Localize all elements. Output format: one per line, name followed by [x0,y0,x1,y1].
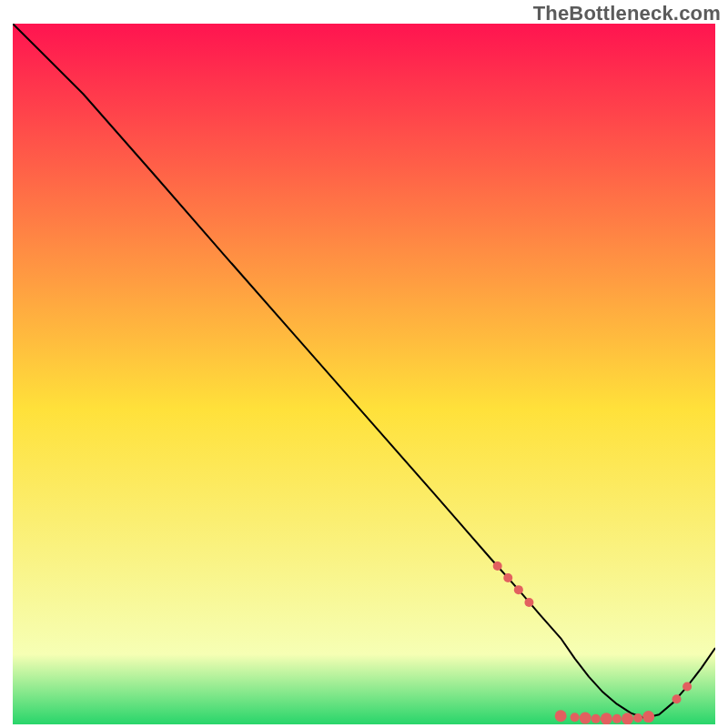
marker-dot [612,714,622,723]
marker-dot [633,713,642,723]
marker-dot [503,573,512,582]
marker-dot [580,713,592,724]
chart-svg [13,24,715,724]
watermark-text: TheBottleneck.com [533,2,721,25]
chart-container: TheBottleneck.com [0,0,728,728]
marker-dot [601,713,612,724]
marker-dot [592,714,601,723]
chart-background [13,24,715,724]
marker-dot [672,694,682,703]
marker-dot [493,561,502,571]
marker-dot [622,713,633,724]
marker-dot [571,713,580,722]
marker-dot [514,585,523,594]
marker-dot [524,598,533,607]
marker-dot [642,711,654,723]
marker-dot [555,710,567,722]
marker-dot [682,682,692,691]
